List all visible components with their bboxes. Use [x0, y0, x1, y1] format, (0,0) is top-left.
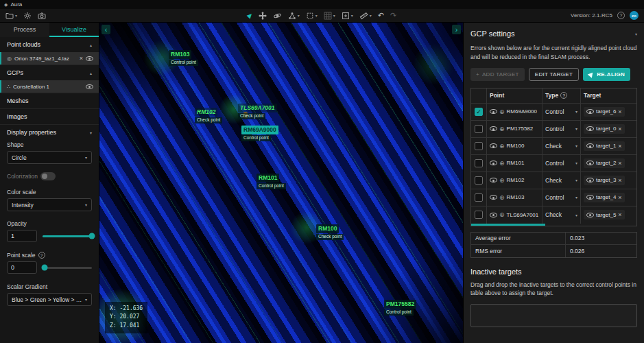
point-scale-slider-knob[interactable] — [41, 265, 47, 271]
pan-tool-button[interactable] — [259, 12, 267, 20]
gcp-marker-rm69a9000[interactable]: RM69A9000 Control point — [241, 121, 278, 141]
images-header[interactable]: Images — [0, 109, 99, 124]
row-checkbox[interactable] — [475, 176, 483, 185]
help-button[interactable]: ? — [617, 12, 625, 19]
type-dropdown[interactable]: Control▾ — [542, 104, 580, 120]
remove-icon[interactable]: × — [80, 55, 83, 62]
eye-icon[interactable] — [586, 126, 594, 131]
type-dropdown[interactable]: Check▾ — [542, 206, 580, 224]
row-checkbox[interactable] — [475, 142, 483, 150]
new-project-button[interactable]: ▾ — [5, 12, 17, 20]
scalar-gradient-select[interactable]: Blue > Green > Yellow > Red ▾ — [7, 293, 92, 306]
node-tool-button[interactable]: ▾ — [288, 12, 300, 20]
tab-process[interactable]: Process — [0, 23, 49, 37]
capture-button[interactable] — [38, 12, 46, 20]
table-scrollbar[interactable] — [471, 224, 545, 226]
row-checkbox[interactable] — [475, 193, 483, 202]
gcp-marker-pm175582[interactable]: PM175582 Control point — [384, 296, 416, 316]
locate-icon[interactable]: ⊕ — [499, 160, 505, 167]
eye-icon[interactable] — [586, 109, 594, 114]
locate-icon[interactable]: ⊕ — [499, 194, 505, 201]
navigate-icon: ▶ — [246, 12, 254, 19]
tab-visualize[interactable]: Visualize — [49, 23, 99, 37]
next-view-button[interactable]: › — [452, 25, 461, 34]
eye-icon[interactable] — [586, 195, 594, 200]
add-target-button[interactable]: + ADD TARGET — [470, 68, 525, 81]
eye-icon[interactable] — [586, 161, 594, 165]
colorization-toggle[interactable] — [40, 172, 56, 180]
re-align-button[interactable]: RE-ALIGN — [583, 68, 630, 81]
eye-icon[interactable] — [86, 56, 93, 61]
undo-button[interactable]: ↶ — [378, 12, 384, 19]
measure-tool-button[interactable]: ▾ — [359, 12, 372, 20]
color-scale-select[interactable]: Intensity ▾ — [7, 198, 92, 211]
point-scale-slider[interactable] — [43, 267, 92, 269]
eye-icon[interactable] — [586, 143, 594, 148]
constellation-item[interactable]: ∴ Constellation 1 — [0, 80, 99, 93]
chevron-down-icon[interactable]: ▾ — [635, 32, 637, 36]
orbit-tool-button[interactable] — [273, 12, 282, 20]
remove-target-icon[interactable]: × — [618, 108, 621, 115]
opacity-slider[interactable] — [43, 235, 92, 237]
eye-icon[interactable] — [490, 126, 497, 131]
locate-icon[interactable]: ⊕ — [499, 108, 505, 115]
type-help-icon[interactable]: ? — [560, 92, 567, 99]
locate-icon[interactable]: ⊕ — [499, 177, 505, 184]
redo-button[interactable]: ↷ — [390, 12, 396, 19]
point-clouds-header[interactable]: Point clouds ▴ — [0, 37, 99, 52]
chevron-down-icon: ▾ — [370, 14, 372, 18]
previous-view-button[interactable]: ‹ — [102, 25, 110, 34]
eye-icon[interactable] — [586, 178, 594, 182]
gcp-marker-rm102[interactable]: RM102 Check point — [195, 104, 222, 123]
remove-target-icon[interactable]: × — [618, 126, 621, 132]
remove-target-icon[interactable]: × — [618, 177, 621, 184]
eye-icon[interactable] — [490, 161, 497, 165]
navigate-tool-button[interactable]: ▶ — [248, 12, 252, 19]
type-dropdown[interactable]: Control▾ — [542, 155, 580, 172]
meshes-header[interactable]: Meshes — [0, 93, 99, 108]
eye-icon[interactable] — [490, 143, 497, 148]
opacity-slider-knob[interactable] — [89, 233, 95, 239]
display-properties-header[interactable]: Display properties ▾ — [0, 125, 99, 140]
eye-icon[interactable] — [86, 84, 93, 89]
eye-icon[interactable] — [490, 195, 497, 200]
shape-select[interactable]: Circle ▾ — [7, 151, 92, 164]
type-dropdown[interactable]: Check▾ — [542, 138, 580, 154]
settings-button[interactable] — [23, 12, 32, 20]
point-scale-input[interactable] — [7, 261, 37, 274]
opacity-input[interactable] — [7, 230, 37, 242]
locate-icon[interactable]: ⊕ — [499, 211, 505, 218]
remove-target-icon[interactable]: × — [618, 143, 621, 150]
gcp-marker-rm103[interactable]: RM103 Control point — [169, 46, 198, 66]
remove-target-icon[interactable]: × — [618, 211, 621, 218]
locate-icon[interactable]: ⊕ — [499, 126, 505, 132]
remove-target-icon[interactable]: × — [618, 194, 621, 201]
eye-icon[interactable] — [490, 109, 497, 114]
account-badge[interactable]: co — [630, 11, 639, 20]
point-cloud-item[interactable]: ◎ Orion 3749_laz1_4.laz × — [0, 52, 99, 64]
grid-tool-button[interactable]: ▾ — [324, 12, 335, 20]
row-checkbox[interactable] — [475, 211, 483, 219]
row-checkbox[interactable] — [475, 125, 483, 133]
type-dropdown[interactable]: Check▾ — [542, 172, 580, 189]
gcp-marker-tls69a7001[interactable]: TLS69A7001 Check point — [238, 99, 277, 119]
eye-icon[interactable] — [490, 178, 497, 182]
locate-icon[interactable]: ⊕ — [499, 143, 505, 150]
gcps-header[interactable]: GCPs ▴ — [0, 65, 99, 80]
row-checkbox[interactable] — [475, 108, 483, 116]
box-select-tool-button[interactable]: ▾ — [342, 12, 353, 20]
eye-icon[interactable] — [586, 213, 594, 217]
chevron-down-icon: ▾ — [575, 161, 577, 165]
row-checkbox[interactable] — [475, 159, 483, 167]
gcp-marker-rm101[interactable]: RM101 Control point — [257, 169, 286, 189]
point-scale-help-icon[interactable]: ? — [38, 252, 45, 259]
crop-tool-button[interactable]: ▾ — [306, 12, 318, 20]
gcp-marker-rm100[interactable]: RM100 Check point — [316, 220, 344, 240]
edit-target-button[interactable]: EDIT TARGET — [529, 68, 579, 81]
remove-target-icon[interactable]: × — [618, 160, 621, 167]
version-label: Version: 2.1-RC5 — [571, 12, 612, 19]
eye-icon[interactable] — [490, 213, 497, 217]
type-dropdown[interactable]: Control▾ — [542, 121, 580, 137]
inactive-targets-dropzone[interactable] — [470, 304, 637, 327]
type-dropdown[interactable]: Control▾ — [542, 189, 580, 206]
